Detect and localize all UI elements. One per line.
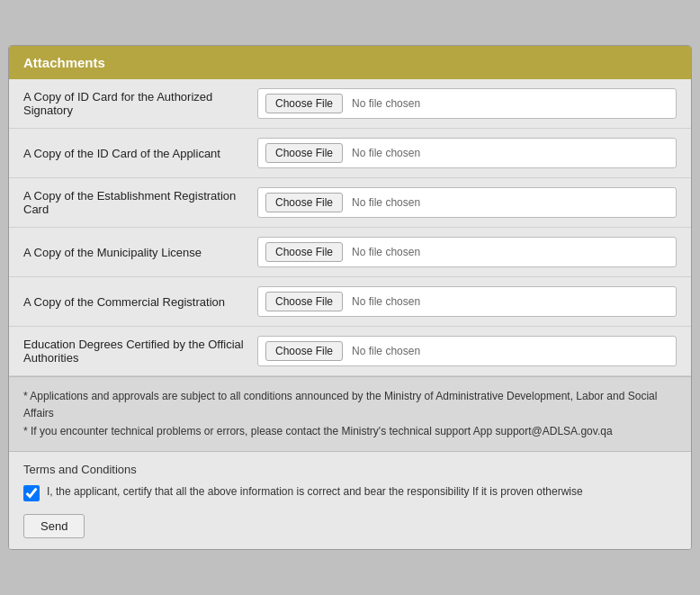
file-input-wrapper-commercial-registration: Choose File No file chosen bbox=[257, 286, 677, 317]
terms-title: Terms and Conditions bbox=[23, 463, 677, 476]
file-input-wrapper-establishment-registration: Choose File No file chosen bbox=[257, 187, 677, 218]
file-input-container-id-card-signatory: Choose File No file chosen bbox=[257, 88, 677, 119]
panel-body: A Copy of ID Card for the Authorized Sig… bbox=[9, 79, 691, 549]
no-file-text-establishment-registration: No file chosen bbox=[352, 196, 420, 209]
file-input-wrapper-municipality-license: Choose File No file chosen bbox=[257, 237, 677, 267]
choose-file-button-establishment-registration[interactable]: Choose File bbox=[265, 193, 343, 212]
attachment-label-commercial-registration: A Copy of the Commercial Registration bbox=[23, 295, 257, 309]
file-input-container-establishment-registration: Choose File No file chosen bbox=[257, 187, 677, 218]
attachment-row: A Copy of the Commercial Registration Ch… bbox=[9, 277, 691, 327]
file-input-wrapper-id-card-signatory: Choose File No file chosen bbox=[257, 88, 677, 119]
notice-line2: * If you encounter technical problems or… bbox=[23, 423, 677, 440]
attachment-list: A Copy of ID Card for the Authorized Sig… bbox=[9, 79, 691, 376]
send-button[interactable]: Send bbox=[23, 514, 85, 538]
file-input-container-id-card-applicant: Choose File No file chosen bbox=[257, 138, 677, 168]
no-file-text-commercial-registration: No file chosen bbox=[352, 295, 420, 308]
panel-header: Attachments bbox=[9, 46, 691, 79]
notice-section: * Applications and approvals are subject… bbox=[9, 376, 691, 452]
notice-line1: * Applications and approvals are subject… bbox=[23, 388, 677, 422]
choose-file-button-id-card-signatory[interactable]: Choose File bbox=[265, 94, 343, 113]
attachment-label-id-card-signatory: A Copy of ID Card for the Authorized Sig… bbox=[23, 90, 257, 117]
choose-file-button-municipality-license[interactable]: Choose File bbox=[265, 242, 343, 262]
file-input-container-education-degrees: Choose File No file chosen bbox=[257, 336, 677, 366]
file-input-container-municipality-license: Choose File No file chosen bbox=[257, 237, 677, 267]
attachment-label-education-degrees: Education Degrees Certified by the Offic… bbox=[23, 338, 257, 365]
choose-file-button-id-card-applicant[interactable]: Choose File bbox=[265, 143, 343, 163]
attachment-row: A Copy of the Establishment Registration… bbox=[9, 178, 691, 228]
file-input-wrapper-education-degrees: Choose File No file chosen bbox=[257, 336, 677, 366]
no-file-text-education-degrees: No file chosen bbox=[352, 345, 420, 357]
attachment-label-id-card-applicant: A Copy of the ID Card of the Applicant bbox=[23, 147, 257, 160]
no-file-text-municipality-license: No file chosen bbox=[352, 246, 420, 258]
no-file-text-id-card-signatory: No file chosen bbox=[352, 97, 420, 110]
terms-checkbox[interactable] bbox=[23, 485, 40, 501]
attachment-row: A Copy of the ID Card of the Applicant C… bbox=[9, 129, 691, 178]
terms-checkbox-row: I, the applicant, certify that all the a… bbox=[23, 483, 677, 501]
attachment-label-municipality-license: A Copy of the Municipality License bbox=[23, 246, 257, 259]
file-input-wrapper-id-card-applicant: Choose File No file chosen bbox=[257, 138, 677, 168]
terms-section: Terms and Conditions I, the applicant, c… bbox=[9, 452, 691, 549]
attachments-panel: Attachments A Copy of ID Card for the Au… bbox=[8, 45, 692, 550]
terms-text: I, the applicant, certify that all the a… bbox=[47, 483, 583, 500]
attachment-label-establishment-registration: A Copy of the Establishment Registration… bbox=[23, 189, 257, 216]
panel-title: Attachments bbox=[23, 55, 105, 70]
attachment-row: Education Degrees Certified by the Offic… bbox=[9, 327, 691, 376]
attachment-row: A Copy of ID Card for the Authorized Sig… bbox=[9, 79, 691, 129]
choose-file-button-commercial-registration[interactable]: Choose File bbox=[265, 292, 343, 311]
file-input-container-commercial-registration: Choose File No file chosen bbox=[257, 286, 677, 317]
attachment-row: A Copy of the Municipality License Choos… bbox=[9, 228, 691, 277]
choose-file-button-education-degrees[interactable]: Choose File bbox=[265, 341, 343, 361]
no-file-text-id-card-applicant: No file chosen bbox=[352, 147, 420, 159]
